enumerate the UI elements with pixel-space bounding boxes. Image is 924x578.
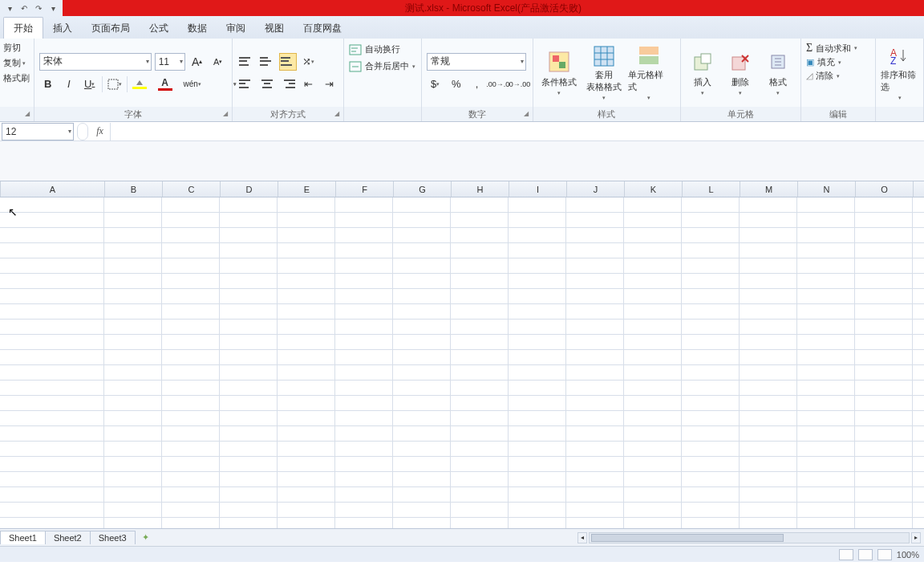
cell[interactable] (740, 381, 797, 395)
cell[interactable] (451, 411, 509, 425)
cell[interactable] (797, 381, 855, 395)
border-button[interactable]: ▾ (106, 75, 124, 93)
cell[interactable] (566, 381, 624, 395)
cell[interactable] (855, 228, 913, 242)
cell[interactable] (220, 487, 278, 502)
cell[interactable] (278, 365, 335, 380)
cell[interactable] (220, 213, 278, 227)
cell[interactable] (278, 243, 335, 258)
cell[interactable] (393, 503, 451, 517)
cell[interactable] (797, 197, 855, 212)
cell[interactable] (0, 503, 104, 517)
cell[interactable] (335, 487, 393, 502)
cell[interactable] (278, 381, 335, 395)
cell[interactable] (797, 335, 855, 349)
cell[interactable] (509, 396, 566, 410)
tab-baidu[interactable]: 百度网盘 (294, 18, 351, 39)
cell[interactable] (566, 243, 624, 258)
cell[interactable] (0, 274, 104, 288)
cell[interactable] (451, 381, 509, 395)
horizontal-scrollbar[interactable] (589, 532, 910, 543)
wrap-text-button[interactable]: 自动换行 (349, 43, 400, 55)
cell[interactable] (797, 396, 855, 410)
column-header[interactable]: E (278, 181, 336, 197)
cell[interactable] (162, 197, 220, 212)
cell[interactable] (393, 472, 451, 486)
cell[interactable] (162, 411, 220, 425)
cell[interactable] (740, 457, 797, 471)
cell[interactable] (509, 411, 566, 425)
cell[interactable] (855, 243, 913, 258)
cell[interactable] (509, 457, 566, 471)
sheet-tab-3[interactable]: Sheet3 (90, 531, 136, 544)
page-break-view-icon[interactable] (877, 549, 892, 560)
cell[interactable] (682, 396, 740, 410)
cell[interactable] (104, 487, 162, 502)
clear-button[interactable]: ◿清除▾ (806, 70, 840, 82)
column-header[interactable]: K (625, 181, 683, 197)
cell[interactable] (104, 350, 162, 364)
cell[interactable] (220, 365, 278, 380)
cell[interactable] (220, 228, 278, 242)
cell[interactable] (855, 365, 913, 380)
cell[interactable] (740, 228, 797, 242)
cell[interactable] (624, 258, 682, 273)
cell[interactable] (855, 335, 913, 349)
cell[interactable] (162, 274, 220, 288)
cell[interactable] (624, 197, 682, 212)
cell[interactable] (797, 503, 855, 517)
cell[interactable] (220, 350, 278, 364)
column-header[interactable]: L (683, 181, 740, 197)
name-box[interactable]: 12▾ (2, 123, 74, 140)
cell[interactable] (451, 320, 509, 334)
cell[interactable] (682, 411, 740, 425)
cell[interactable] (855, 289, 913, 303)
cell[interactable] (104, 228, 162, 242)
cell[interactable] (855, 396, 913, 410)
number-format-combo[interactable]: 常规▾ (427, 53, 526, 71)
cell[interactable] (682, 487, 740, 502)
cell[interactable] (682, 457, 740, 471)
comma-button[interactable]: , (468, 75, 486, 93)
cell[interactable] (393, 197, 451, 212)
cell[interactable] (335, 365, 393, 380)
column-header[interactable]: N (798, 181, 856, 197)
cell[interactable] (855, 320, 913, 334)
cell[interactable] (682, 320, 740, 334)
cell[interactable] (566, 289, 624, 303)
cell[interactable] (220, 335, 278, 349)
cell[interactable] (278, 503, 335, 517)
cell[interactable] (393, 426, 451, 441)
undo-icon[interactable]: ↶ (18, 2, 30, 14)
cell[interactable] (278, 213, 335, 227)
cell[interactable] (682, 289, 740, 303)
cell[interactable] (624, 335, 682, 349)
cell[interactable] (740, 320, 797, 334)
cell[interactable] (855, 197, 913, 212)
page-layout-view-icon[interactable] (858, 549, 873, 560)
cell[interactable] (740, 426, 797, 441)
cell[interactable] (566, 350, 624, 364)
cell[interactable] (278, 258, 335, 273)
cell[interactable] (740, 304, 797, 319)
cell[interactable] (682, 350, 740, 364)
cell[interactable] (855, 274, 913, 288)
cell[interactable] (509, 197, 566, 212)
cell[interactable] (855, 258, 913, 273)
fill-color-button[interactable]: ▾ (131, 75, 148, 93)
cell[interactable] (278, 289, 335, 303)
cell[interactable] (278, 197, 335, 212)
cell[interactable] (335, 243, 393, 258)
cell[interactable] (0, 396, 104, 410)
cell[interactable] (220, 518, 278, 528)
align-dialog-icon[interactable]: ◢ (332, 110, 342, 120)
format-cells-button[interactable]: 格式▾ (761, 45, 796, 101)
cell[interactable] (855, 503, 913, 517)
cell[interactable] (740, 518, 797, 528)
cell[interactable] (278, 518, 335, 528)
fill-button[interactable]: ▣填充▾ (806, 56, 841, 68)
cell[interactable] (797, 243, 855, 258)
cell[interactable] (682, 518, 740, 528)
cell[interactable] (682, 243, 740, 258)
cell[interactable] (104, 472, 162, 486)
